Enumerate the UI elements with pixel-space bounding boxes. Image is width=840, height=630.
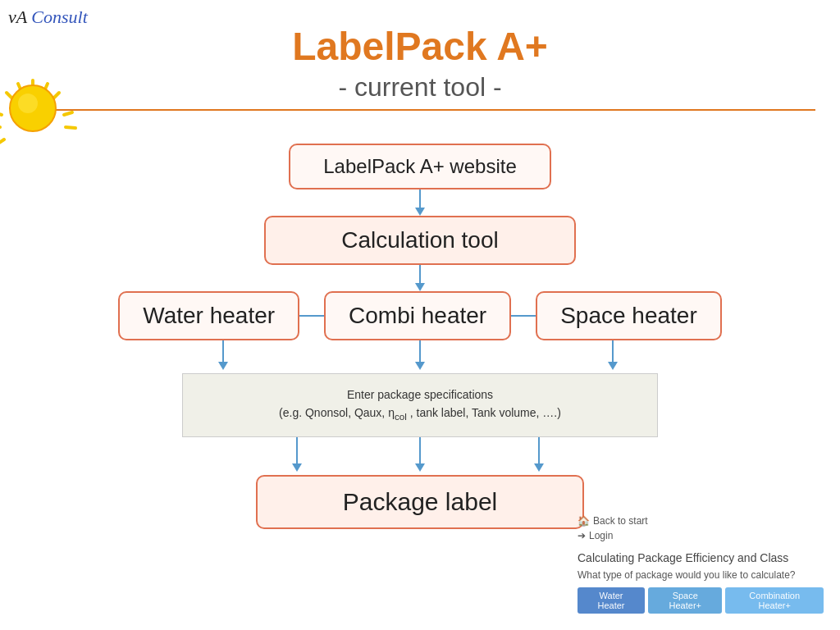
svg-marker-23 — [415, 463, 425, 472]
svg-line-9 — [66, 127, 75, 128]
space-heater-col: Space heater — [536, 291, 722, 340]
svg-line-4 — [7, 93, 12, 98]
login-label: Login — [589, 530, 613, 541]
back-to-start-label: Back to start — [593, 515, 648, 527]
logo-consult: Consult — [27, 7, 88, 27]
sub-title: - current tool - — [0, 72, 840, 103]
arrow-calc-to-heaters — [415, 265, 425, 291]
specs-box: Enter package specifications (e.g. Qnons… — [182, 373, 658, 437]
main-title: LabelPack A+ — [0, 23, 840, 71]
logo-va: vA — [8, 7, 27, 27]
heaters-row: Water heater Combi heater Space heater — [0, 291, 840, 340]
svg-line-5 — [0, 112, 2, 115]
package-label-box: Package label — [256, 475, 584, 529]
svg-point-11 — [18, 94, 38, 113]
water-heater-col: Water heater — [118, 291, 299, 340]
connector-right — [511, 293, 536, 339]
combi-heater-box: Combi heater — [324, 291, 511, 340]
space-heater-box: Space heater — [536, 291, 722, 340]
login-link[interactable]: ➔ Login — [578, 530, 824, 541]
svg-line-8 — [64, 112, 72, 115]
specs-line2-start: (e.g. Qnonsol, Qaux, η — [279, 406, 395, 419]
arrow-website-to-calc — [415, 189, 425, 216]
specs-line2-end: , tank label, Tank volume, ….) — [407, 406, 561, 419]
flowchart: LabelPack A+ website Calculation tool Wa… — [0, 144, 840, 529]
arrows-to-specs — [141, 340, 699, 373]
space-heater-button[interactable]: Space Heater+ — [648, 587, 722, 614]
arrows-to-label — [141, 437, 699, 475]
calc-title: Calculating Package Efficiency and Class — [578, 551, 824, 564]
svg-line-2 — [53, 93, 59, 98]
title-area: LabelPack A+ - current tool - — [0, 0, 840, 103]
svg-marker-15 — [218, 362, 228, 370]
svg-marker-17 — [415, 362, 425, 370]
combo-heater-button[interactable]: Combination Heater+ — [725, 587, 824, 614]
calc-buttons-row: Water Heater Space Heater+ Combination H… — [578, 587, 824, 614]
specs-subscript: col — [395, 411, 407, 422]
connector-left — [299, 293, 324, 339]
specs-line1: Enter package specifications — [347, 388, 493, 401]
combi-heater-col: Combi heater — [324, 291, 511, 340]
svg-marker-25 — [534, 463, 544, 472]
calc-subtitle: What type of package would you like to c… — [578, 569, 824, 581]
water-heater-button[interactable]: Water Heater — [578, 587, 645, 614]
side-panel: 🏠 Back to start ➔ Login Calculating Pack… — [578, 515, 824, 614]
logo: vA Consult — [8, 7, 88, 28]
title-divider — [25, 109, 815, 111]
website-box: LabelPack A+ website — [289, 144, 551, 189]
back-to-start-link[interactable]: 🏠 Back to start — [578, 515, 824, 527]
login-icon: ➔ — [578, 530, 586, 541]
home-icon: 🏠 — [578, 515, 590, 527]
svg-marker-21 — [292, 463, 302, 472]
calc-tool-box: Calculation tool — [264, 216, 576, 265]
water-heater-box: Water heater — [118, 291, 299, 340]
svg-marker-19 — [608, 362, 618, 370]
